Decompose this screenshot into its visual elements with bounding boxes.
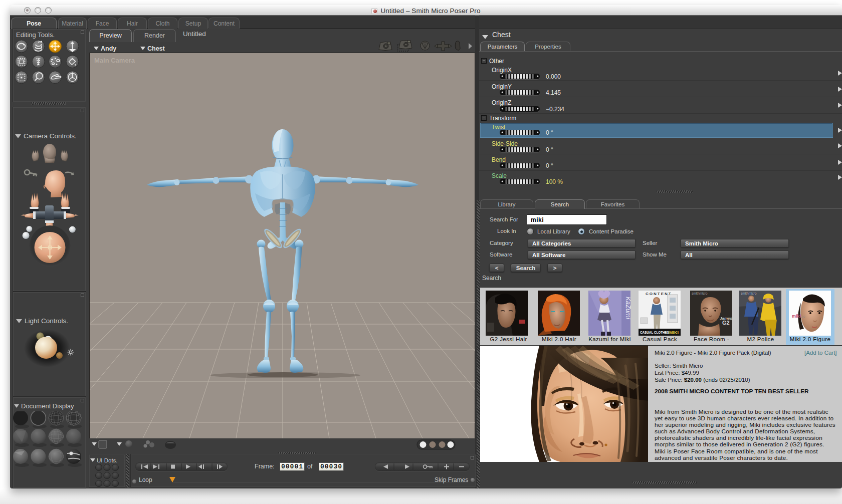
- svg-text:MIKI: MIKI: [669, 330, 679, 335]
- svg-text:KaZumi: KaZumi: [624, 297, 632, 320]
- svg-text:smithmicro: smithmicro: [741, 292, 757, 295]
- svg-text:2.0: 2.0: [801, 315, 805, 318]
- svg-text:smithmicro: smithmicro: [692, 292, 708, 295]
- svg-text:CASUAL CLOTHES: CASUAL CLOTHES: [640, 331, 669, 334]
- svg-text:G2: G2: [722, 320, 730, 326]
- svg-text:miki: miki: [792, 314, 801, 319]
